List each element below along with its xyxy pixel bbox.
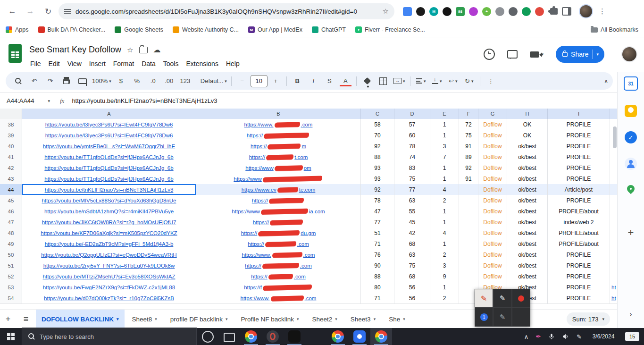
cell-overflow[interactable]	[610, 184, 618, 195]
cell-dofollow[interactable]: Dofllow	[478, 173, 507, 185]
taskbar-app[interactable]	[284, 328, 305, 345]
start-button[interactable]	[0, 328, 22, 345]
horizontal-align-button[interactable]: ▾	[413, 75, 429, 87]
reload-button[interactable]: ↻	[41, 4, 56, 19]
row-header[interactable]: 53	[0, 282, 22, 293]
sheet-tab[interactable]: Sheet8 ▾	[126, 310, 163, 328]
text-wrap-button[interactable]: ↩▾	[445, 75, 461, 87]
increase-font-size-button[interactable]: +	[268, 75, 284, 87]
account-avatar[interactable]	[621, 46, 637, 62]
color-swatch-button[interactable]	[512, 289, 530, 308]
browser-menu-icon[interactable]: ⋮	[599, 7, 606, 16]
row-header[interactable]: 40	[0, 141, 22, 152]
cell-backlink-url[interactable]: https://.com	[196, 238, 361, 250]
side-rail-app-icon[interactable]	[625, 105, 637, 117]
menu-item[interactable]: View	[64, 58, 85, 69]
select-all-corner[interactable]	[0, 109, 22, 119]
taskbar-app[interactable]	[218, 328, 240, 345]
row-header[interactable]: 41	[0, 151, 22, 163]
font-select[interactable]: Defaul...▾	[199, 75, 228, 87]
cell-type[interactable]: PROFILE/about	[548, 238, 610, 250]
cell-type[interactable]: PROFILE	[548, 293, 610, 304]
microphone-icon[interactable]	[548, 333, 555, 340]
cell-da[interactable]: 92	[361, 184, 394, 195]
sheet-tab[interactable]: Profile NF backlink ▾	[235, 310, 304, 328]
bookmark-item[interactable]: M Our App | MedEx	[248, 26, 302, 33]
extensions-puzzle-icon[interactable]	[550, 8, 558, 15]
cell-f[interactable]: 89	[459, 151, 478, 163]
sheet-tab-menu-caret[interactable]: ▾	[155, 317, 157, 321]
formula-input[interactable]: https://youtu.be/tnKLIFI2nao?si=nBNcT3NE…	[72, 97, 217, 104]
undo-button[interactable]: ↶	[26, 75, 42, 87]
sheet-tab-menu-caret[interactable]: ▾	[226, 317, 228, 321]
cell-spam[interactable]: 2	[430, 293, 459, 304]
cell-pa[interactable]: 68	[394, 238, 430, 250]
cell-pa[interactable]: 78	[394, 141, 430, 152]
menu-item[interactable]: Format	[109, 58, 138, 69]
address-bar[interactable]: docs.google.com/spreadsheets/d/1Dl5oFuJj…	[59, 3, 394, 19]
cell-spam[interactable]: 1	[430, 238, 459, 250]
cell-youtube-url[interactable]: https://youtu.be/l3Iyec3Ps6U?si=lEwt4FC9…	[22, 119, 196, 130]
cell-da[interactable]: 77	[361, 217, 394, 228]
cell-da[interactable]: 92	[361, 141, 394, 152]
cell-overflow[interactable]	[610, 249, 618, 261]
cell-pa[interactable]: 74	[394, 151, 430, 163]
cell-youtube-url[interactable]: https://youtu.be/JiKC6tOW8RA?si=r2g_hoMO…	[22, 217, 196, 228]
cell-type[interactable]: PROFILE	[548, 249, 610, 261]
cell-spam[interactable]: 1	[430, 206, 459, 217]
side-rail-app-icon[interactable]: 31	[624, 76, 638, 91]
sheet-tab-menu-caret[interactable]: ▾	[117, 317, 119, 321]
cell-status[interactable]: OK	[507, 130, 548, 141]
menu-item[interactable]: Help	[222, 58, 243, 69]
cell-spam[interactable]: 1	[430, 217, 459, 228]
cell-spam[interactable]: 3	[430, 141, 459, 152]
taskbar-app[interactable]	[370, 328, 392, 345]
cell-status[interactable]: ok/best	[507, 184, 548, 195]
cell-dofollow[interactable]: Dofllow	[478, 260, 507, 271]
cell-status[interactable]: OK	[507, 119, 548, 130]
taskbar-app[interactable]	[327, 328, 349, 345]
cell-type[interactable]: PROFILE	[548, 173, 610, 185]
font-size-input[interactable]: 10	[251, 75, 268, 87]
cell-f[interactable]: 75	[459, 130, 478, 141]
taskbar-app[interactable]	[349, 328, 370, 345]
column-header[interactable]: D	[394, 109, 430, 119]
cell-backlink-url[interactable]: https://www.evte.com	[196, 184, 361, 195]
cell-overflow[interactable]	[610, 217, 618, 228]
cell-pa[interactable]: 77	[394, 184, 430, 195]
cell-f[interactable]	[459, 260, 478, 271]
cell-overflow[interactable]: ht	[610, 282, 618, 293]
currency-format-button[interactable]: $	[113, 75, 129, 87]
cell-dofollow[interactable]: Dofllow	[478, 141, 507, 152]
cell-f[interactable]: 91	[459, 173, 478, 185]
bold-button[interactable]: B	[290, 75, 305, 87]
cell-overflow[interactable]	[610, 260, 618, 271]
cell-youtube-url[interactable]: https://youtu.be/d07dQ00kzTk?si=_r10g7Zo…	[22, 293, 196, 304]
row-header[interactable]: 50	[0, 249, 22, 261]
cell-backlink-url[interactable]: https://.com	[196, 260, 361, 271]
cell-youtube-url[interactable]: https://youtu.be/TT1qfoQLdDs?si=jfJHpx6A…	[22, 151, 196, 163]
url-text[interactable]: docs.google.com/spreadsheets/d/1Dl5oFuJj…	[75, 8, 378, 15]
row-header[interactable]: 46	[0, 206, 22, 217]
row-header[interactable]: 39	[0, 130, 22, 141]
cell-type[interactable]: PROFILE	[548, 260, 610, 271]
vertical-align-button[interactable]: ▾	[429, 75, 445, 87]
cell-da[interactable]: 71	[361, 293, 394, 304]
cell-spam[interactable]: 3	[430, 260, 459, 271]
extension-icon[interactable]	[469, 7, 478, 16]
extension-icon[interactable]	[535, 7, 544, 16]
cell-f[interactable]	[459, 195, 478, 206]
lightshot-icon[interactable]: ✒	[535, 333, 541, 340]
column-header[interactable]: C	[361, 109, 394, 119]
cell-type[interactable]: PROFILE	[548, 119, 610, 130]
column-header[interactable]: E	[430, 109, 459, 119]
cell-backlink-url[interactable]: https://www	[196, 173, 361, 185]
print-button[interactable]	[59, 75, 74, 87]
cell-backlink-url[interactable]: https://	[196, 217, 361, 228]
decrease-decimals-button[interactable]: .0	[145, 75, 161, 87]
cell-type[interactable]: Article/post	[548, 184, 610, 195]
cell-da[interactable]: 78	[361, 195, 394, 206]
menu-item[interactable]: Extensions	[182, 58, 222, 69]
side-rail-app-icon[interactable]: ✓	[625, 131, 637, 143]
bookmark-item[interactable]: Bulk DA PA Checker...	[38, 26, 106, 33]
